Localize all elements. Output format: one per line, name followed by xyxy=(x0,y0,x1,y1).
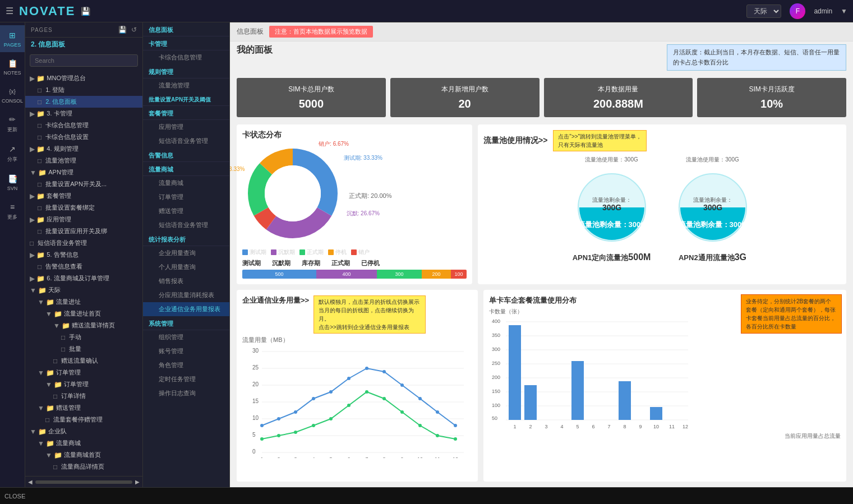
tree-item[interactable]: ▼ 📁 流量商城首页 xyxy=(25,449,142,461)
tree-item[interactable]: □ 1. 登陆 xyxy=(25,84,142,96)
tree-item[interactable]: ▶ 📁 应用管理 xyxy=(25,214,142,225)
tree-item[interactable]: ▶ 📁 5. 告警信息 xyxy=(25,249,142,261)
scrollbar-track[interactable] xyxy=(35,480,132,484)
tree-item[interactable]: □ 订单详情 xyxy=(25,390,142,402)
nav-item-sales[interactable]: 销售报表 xyxy=(143,274,229,288)
pool1-circle-wrap: 流量池剩余量： 300G 流量池剩余量：300G xyxy=(570,165,654,249)
nav-item-gift[interactable]: 赠送管理 xyxy=(143,204,229,218)
tree-item[interactable]: □ 批量 xyxy=(25,343,142,355)
scroll-right[interactable]: ▶ xyxy=(135,479,140,485)
tree-item[interactable]: ▼ 📁 企业队 xyxy=(25,426,142,437)
sidebar-item-notes[interactable]: 📋 NOTES xyxy=(0,53,25,80)
pool2-used-label: 流量池使用量：300G xyxy=(671,156,755,164)
pages-actions: 💾 ↺ xyxy=(118,26,137,34)
nav-item-app-usage[interactable]: 分应用流量消耗报表 xyxy=(143,288,229,302)
nav-section-dashboard[interactable]: 信息面板 xyxy=(143,22,229,36)
tree-item-active[interactable]: □ 2. 信息面板 xyxy=(25,96,142,108)
svg-point-40 xyxy=(400,383,404,387)
tree-item[interactable]: □ 批量设置套餐绑定 xyxy=(25,202,142,214)
nav-item-log[interactable]: 操作日志查询 xyxy=(143,386,229,400)
save-action[interactable]: 💾 xyxy=(118,26,127,34)
sidebar-item-share[interactable]: ↗ 分享 xyxy=(0,139,25,168)
nav-item-role[interactable]: 角色管理 xyxy=(143,358,229,372)
nav-item-task[interactable]: 定时任务管理 xyxy=(143,372,229,386)
sidebar-item-console[interactable]: {x} CONSOL xyxy=(0,81,25,108)
tree-item[interactable]: ▶ 📁 MNO管理总台 xyxy=(25,72,142,84)
tree-item[interactable]: □ 流量套餐停赠管理 xyxy=(25,414,142,426)
nav-item-sms[interactable]: 短信语音业务管理 xyxy=(143,134,229,148)
folder-icon: ▼ 📁 xyxy=(38,369,54,377)
notes-icon: 📋 xyxy=(7,58,18,69)
bar-chart-svg: 400 350 300 250 200 150 100 50 xyxy=(489,317,691,429)
nav-item-org[interactable]: 组织管理 xyxy=(143,330,229,344)
breadcrumb-dashboard[interactable]: 信息面板 xyxy=(237,27,264,36)
nav-section-system[interactable]: 系统管理 xyxy=(143,316,229,330)
tree-item[interactable]: □ 流量池管理 xyxy=(25,155,142,167)
tree-item[interactable]: ▶ 📁 套餐管理 xyxy=(25,190,142,202)
sidebar-item-pages[interactable]: ⊞ PAGES xyxy=(0,25,25,52)
line-chart-card: 企业通信业务用量>> 默认模独月，点击某月的折线点切换展示当月的每日的折线图，点… xyxy=(237,290,478,482)
admin-dropdown-icon[interactable]: ▼ xyxy=(841,7,847,15)
line-chart-title[interactable]: 企业通信业务用量>> xyxy=(242,295,309,306)
nav-item-account[interactable]: 账号管理 xyxy=(143,344,229,358)
nav-item-pool[interactable]: 流量池管理 xyxy=(143,78,229,93)
nav-item-personal-usage[interactable]: 个人用量查询 xyxy=(143,260,229,274)
pool-title[interactable]: 流量池使用情况>> xyxy=(483,136,547,146)
nav-item-card-info[interactable]: 卡综合信息管理 xyxy=(143,50,229,64)
svg-text:流量池剩余量：300G: 流量池剩余量：300G xyxy=(577,220,646,229)
svg-text:50: 50 xyxy=(492,415,497,421)
sidebar-item-svn[interactable]: 📑 SVN xyxy=(0,169,25,196)
tree-item[interactable]: □ 短信语音业务管理 xyxy=(25,237,142,249)
tree-scrollbar[interactable]: ◀ ▶ xyxy=(25,476,142,487)
tree-item[interactable]: ▼ 📁 赠送流量详情页 xyxy=(25,320,142,331)
nav-item-market[interactable]: 流量商城 xyxy=(143,176,229,190)
nav-section-alert[interactable]: 告警信息 xyxy=(143,148,229,162)
tree-item[interactable]: ▼ 📁 流量进址首页 xyxy=(25,308,142,320)
search-input[interactable] xyxy=(30,54,138,67)
tree-item[interactable]: ▼ 📁 订单管理 xyxy=(25,378,142,390)
tree-item[interactable]: ▶ 📁 6. 流量商城及订单管理 xyxy=(25,272,142,284)
nav-item-order[interactable]: 订单管理 xyxy=(143,190,229,204)
tree-item[interactable]: □ 流量商品详情页 xyxy=(25,461,142,473)
nav-item-enterprise-usage[interactable]: 企业用量查询 xyxy=(143,246,229,260)
hamburger-icon[interactable]: ☰ xyxy=(6,6,13,16)
tree-item[interactable]: □ 告警信息查看 xyxy=(25,261,142,272)
card-value-active: 10% xyxy=(704,98,840,110)
sidebar-item-more[interactable]: ≡ 更多 xyxy=(0,197,25,225)
tree-item[interactable]: ▶ 📁 4. 规则管理 xyxy=(25,143,142,155)
nav-section-apn[interactable]: 批量设置APN开关及阈值 xyxy=(143,93,229,106)
tree-item[interactable]: □ 赠送流量确认 xyxy=(25,355,142,367)
donut-label-xiaohuo: 销户: 6.67% xyxy=(319,140,349,148)
tree-item[interactable]: □ 卡综合信息设置 xyxy=(25,131,142,143)
tree-item[interactable]: ▶ 📁 3. 卡管理 xyxy=(25,108,142,119)
tree-item[interactable]: □ 卡综合信息管理 xyxy=(25,119,142,131)
nav-item-biz-usage[interactable]: 企业通信业务用量报表 xyxy=(143,302,229,316)
sidebar-item-update[interactable]: ✏ 更新 xyxy=(0,109,25,138)
alert-banner[interactable]: 注意：首页本地数据展示预览数据 xyxy=(269,26,373,38)
tree-item[interactable]: ▼ 📁 流量商城 xyxy=(25,437,142,449)
svg-point-48 xyxy=(329,417,333,420)
tenant-dropdown[interactable]: 天际 xyxy=(746,4,781,18)
nav-section-market[interactable]: 流量商城 xyxy=(143,162,229,176)
scroll-left[interactable]: ◀ xyxy=(28,479,33,485)
close-label[interactable]: CLOSE xyxy=(4,493,25,500)
tree-item[interactable]: □ 手动 xyxy=(25,331,142,343)
nav-section-rule[interactable]: 规则管理 xyxy=(143,64,229,78)
tree-item[interactable]: ▼ 📁 流量进址 xyxy=(25,296,142,308)
nav-item-sms2[interactable]: 短信语音业务管理 xyxy=(143,218,229,232)
pages-sidebar: PAGES 💾 ↺ 2. 信息面板 ▶ 📁 MNO管理总台 □ 1. 登陆 □ … xyxy=(25,22,143,487)
tree-item[interactable]: ▼ 📁 订单管理 xyxy=(25,367,142,378)
tree-item[interactable]: ▼ 📁 APN管理 xyxy=(25,167,142,178)
nav-item-app[interactable]: 应用管理 xyxy=(143,120,229,134)
tree-item[interactable]: ▼ 📁 天际 xyxy=(25,284,142,296)
nav-section-plan[interactable]: 套餐管理 xyxy=(143,106,229,120)
tree-item[interactable]: □ 批量设置APN开关及... xyxy=(25,178,142,190)
nav-section-card[interactable]: 卡管理 xyxy=(143,36,229,50)
folder-icon: ▼ 📁 xyxy=(30,169,47,177)
refresh-action[interactable]: ↺ xyxy=(131,26,137,34)
card-title-data: 本月数据用量 xyxy=(551,85,686,94)
tree-item[interactable]: □ 批量设置应用开关及绑 xyxy=(25,225,142,237)
tree-item[interactable]: ▼ 📁 赠送管理 xyxy=(25,402,142,414)
nav-section-stats[interactable]: 统计报表分析 xyxy=(143,232,229,246)
save-icon[interactable]: 💾 xyxy=(81,7,90,16)
